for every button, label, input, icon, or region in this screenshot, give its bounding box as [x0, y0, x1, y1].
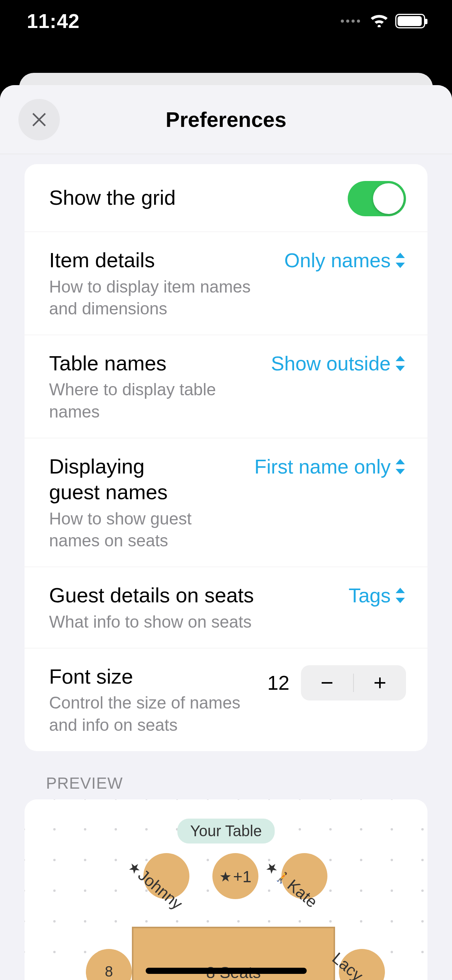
seat-number: 8 [105, 964, 113, 980]
row-guest-names[interactable]: Displaying guest names How to show guest… [25, 438, 427, 567]
preview-content: Your Table 8 Seats ★ Johnny ★ +1 ★ [25, 799, 427, 980]
picker-label: Only names [284, 249, 391, 272]
row-guest-details[interactable]: Guest details on seats What info to show… [25, 567, 427, 648]
close-button[interactable] [18, 99, 60, 140]
chevron-updown-icon [394, 458, 406, 475]
row-subtitle: How to display item names and dimensions [49, 276, 273, 319]
table-name-label: Your Table [177, 819, 275, 844]
font-size-value: 12 [267, 671, 289, 694]
row-show-grid: Show the grid [25, 164, 427, 232]
star-icon: ★ [219, 869, 232, 885]
row-font-size: Font size Control the size of names and … [25, 648, 427, 751]
settings-card: Show the grid Item details How to displa… [25, 164, 427, 751]
row-subtitle: How to show guest names on seats [49, 508, 243, 551]
row-table-names[interactable]: Table names Where to display table names… [25, 335, 427, 438]
battery-icon [395, 14, 425, 28]
minus-icon [319, 674, 335, 691]
toggle-knob [373, 183, 404, 214]
guest-details-picker[interactable]: Tags [348, 584, 406, 607]
row-title: Table names [49, 350, 260, 377]
status-time: 11:42 [27, 10, 80, 33]
picker-label: Show outside [271, 352, 391, 375]
grid-toggle[interactable] [348, 181, 406, 216]
preview-card: Your Table 8 Seats ★ Johnny ★ +1 ★ [25, 799, 427, 980]
chevron-updown-icon [394, 355, 406, 372]
item-details-picker[interactable]: Only names [284, 249, 406, 272]
row-title: Item details [49, 247, 273, 273]
row-title: Displaying guest names [49, 454, 172, 505]
chevron-updown-icon [394, 587, 406, 604]
picker-label: Tags [348, 584, 391, 607]
row-title: Guest details on seats [49, 582, 337, 608]
font-size-stepper [301, 665, 406, 700]
stepper-plus-button[interactable] [354, 665, 406, 700]
stepper-minus-button[interactable] [301, 665, 353, 700]
wifi-icon [370, 13, 388, 29]
status-bar: 11:42 [0, 0, 452, 42]
sheet-header: Preferences [0, 85, 452, 154]
plus-icon [371, 674, 388, 691]
row-subtitle: Where to display table names [49, 378, 260, 422]
status-right [341, 13, 425, 29]
chevron-updown-icon [394, 252, 406, 269]
page-title: Preferences [0, 107, 452, 132]
guest-names-picker[interactable]: First name only [255, 455, 406, 478]
status-dots-icon [341, 20, 360, 23]
home-indicator[interactable] [146, 968, 307, 974]
picker-label: First name only [255, 455, 391, 478]
seat-label-plus1: ★ +1 [219, 868, 251, 886]
close-icon [31, 111, 48, 128]
row-subtitle: Control the size of names and info on se… [49, 692, 256, 735]
row-subtitle: What info to show on seats [49, 611, 337, 633]
row-title: Show the grid [49, 185, 336, 211]
row-item-details[interactable]: Item details How to display item names a… [25, 232, 427, 335]
seat-left: 8 [86, 949, 132, 980]
row-title: Font size [49, 664, 256, 690]
preview-section-label: PREVIEW [46, 774, 452, 793]
table-names-picker[interactable]: Show outside [271, 352, 406, 375]
preferences-sheet: Preferences Show the grid Item details H… [0, 85, 452, 980]
